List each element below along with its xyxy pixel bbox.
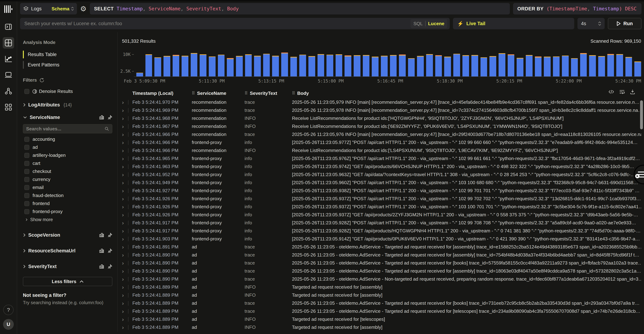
expand-chevron-icon[interactable]: › [122,277,128,282]
checkbox[interactable] [24,145,29,150]
histogram-bar[interactable] [236,56,243,76]
histogram-bar[interactable] [173,55,180,76]
expand-chevron-icon[interactable]: › [122,317,128,322]
source-select[interactable]: Logs Schema [20,3,77,14]
bar-chart-icon[interactable] [99,264,104,269]
run-button[interactable]: Run [608,18,642,29]
histogram-bar[interactable] [580,53,587,76]
table-row[interactable]: › Feb 3 5:24:41.966 PM recommendation tr… [122,130,641,139]
histogram-bar[interactable] [589,55,596,76]
histogram-bar[interactable] [490,56,496,76]
expand-chevron-icon[interactable]: › [122,164,128,169]
search-input[interactable] [24,21,410,26]
service-filter-value[interactable]: accounting [23,135,112,143]
select-clause-editor[interactable]: SELECT Timestamp, ServiceName, SeverityT… [90,3,510,14]
histogram-bar[interactable] [290,57,297,76]
table-row[interactable]: › Feb 3 5:24:41.949 PM frontend-proxy in… [122,179,641,187]
table-row[interactable]: › Feb 3 5:24:41.966 PM recommendation IN… [122,147,641,155]
expand-chevron-icon[interactable]: › [122,172,128,177]
expand-chevron-icon[interactable]: › [122,236,128,242]
expand-chevron-icon[interactable]: › [122,100,128,105]
histogram-bar[interactable] [417,56,424,76]
service-filter-value[interactable]: fraud-detection [23,191,112,199]
histogram-bar[interactable] [562,56,569,77]
less-filters-button[interactable]: Less filters [23,277,112,286]
rail-item-search-active[interactable] [3,37,14,49]
drag-grip-icon[interactable]: ⠿ [192,91,195,96]
histogram-bar[interactable] [626,57,632,76]
histogram-bar[interactable] [571,58,578,77]
pin-icon[interactable] [108,233,112,237]
filter-value-search-input[interactable] [26,126,104,132]
histogram-bar[interactable] [372,57,378,76]
table-row[interactable]: › Feb 3 5:24:41.967 PM recommendation IN… [122,122,641,130]
expand-chevron-icon[interactable]: › [122,116,128,121]
expand-chevron-icon[interactable]: › [122,196,128,201]
histogram-bar[interactable] [354,55,360,76]
client-monitoring-icon[interactable] [3,69,14,81]
checkbox[interactable] [24,185,29,190]
histogram-bar[interactable] [299,55,306,77]
gear-icon[interactable]: ⚙ [80,5,86,12]
chart-explorer-icon[interactable] [3,53,14,65]
histogram-bar[interactable] [336,54,342,76]
histogram-bar[interactable] [136,73,143,76]
table-row[interactable]: › Feb 3 5:24:41.890 PM ad trace 2025-05-… [122,267,641,275]
filter-group-servicename[interactable]: ServiceName [23,113,112,122]
expand-chevron-icon[interactable]: › [122,252,128,258]
table-row[interactable]: › Feb 3 5:24:41.926 PM frontend-proxy in… [122,195,641,203]
expand-chevron-icon[interactable]: › [122,309,128,314]
expand-chevron-icon[interactable]: › [122,124,128,129]
clickhouse-logo-icon[interactable] [4,5,12,13]
pin-icon[interactable] [108,248,112,253]
histogram-bar[interactable] [182,56,188,76]
checkbox[interactable] [24,201,29,206]
mode-results-table[interactable]: Results Table [23,50,112,59]
histogram-bar[interactable] [453,54,460,77]
service-filter-value[interactable]: artillery-loadgen [23,151,112,159]
table-row[interactable]: › Feb 3 5:24:41.952 PM frontend-proxy in… [122,170,641,179]
expand-chevron-icon[interactable]: › [122,268,128,274]
table-row[interactable]: › Feb 3 5:24:41.889 PM ad INFO Targeted … [122,291,641,299]
wrap-text-icon[interactable] [619,90,625,94]
column-header-body[interactable]: ⠿Body [292,91,641,96]
table-row[interactable]: › Feb 3 5:24:41.889 PM ad trace 2025-05-… [122,299,641,307]
table-row[interactable]: › Feb 3 5:24:41.891 PM ad trace 2025-05-… [122,243,641,251]
help-icon[interactable]: ? [3,305,14,315]
expand-chevron-icon[interactable]: › [122,285,128,290]
table-row[interactable]: › Feb 3 5:24:41.889 PM ad trace 2025-05-… [122,307,641,315]
histogram-bar[interactable] [218,55,225,77]
histogram-bar[interactable] [308,56,315,76]
histogram-bar[interactable] [281,52,288,77]
service-filter-value[interactable]: cart [23,159,112,167]
drag-grip-icon[interactable]: ⠿ [244,91,248,96]
expand-chevron-icon[interactable]: › [122,293,128,298]
table-row[interactable]: › Feb 3 5:24:41.903 PM frontend-proxy in… [122,235,641,243]
histogram-bar[interactable] [517,58,524,76]
histogram-bar[interactable] [164,56,170,76]
table-row[interactable]: › Feb 3 5:24:41.890 PM ad trace 2025-05-… [122,251,641,259]
checkbox[interactable] [24,161,29,166]
refresh-icon[interactable] [39,78,44,83]
histogram-bar[interactable] [598,56,605,76]
histogram-bar[interactable] [498,53,505,76]
column-header-severitytext[interactable]: ⠿SeverityText [244,91,292,96]
histogram-bar[interactable] [435,55,442,77]
histogram-bar[interactable] [146,54,152,76]
service-map-icon[interactable] [3,85,14,97]
table-row[interactable]: › Feb 3 5:24:41.890 PM ad trace 2025-05-… [122,259,641,267]
histogram-bar[interactable] [526,55,532,76]
expand-chevron-icon[interactable]: › [122,212,128,217]
checkbox[interactable] [24,193,29,198]
events-histogram[interactable]: 10K 2.5K Feb 3 5:09:30 PM5:11:30 PM5:13:… [122,50,641,84]
expand-chevron-icon[interactable]: › [122,140,128,145]
schema-select[interactable]: Schema [52,6,74,12]
search-bar[interactable]: SQL Lucene [20,18,450,29]
histogram-bar[interactable] [263,54,270,77]
checkbox[interactable] [24,169,29,174]
histogram-bar[interactable] [390,55,397,76]
histogram-bar[interactable] [462,55,469,76]
expand-chevron-icon[interactable]: › [122,301,128,306]
show-more-button[interactable]: Show more [23,216,112,224]
dashboards-icon[interactable] [3,101,14,113]
